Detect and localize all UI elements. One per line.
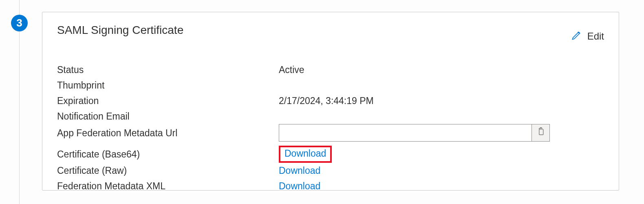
edit-button[interactable]: Edit: [571, 29, 604, 43]
svg-rect-0: [539, 129, 543, 135]
metadata-xml-row: Federation Metadata XML Download: [57, 178, 604, 194]
status-row: Status Active: [57, 62, 604, 78]
expiration-row: Expiration 2/17/2024, 3:44:19 PM: [57, 93, 604, 109]
pencil-icon: [571, 29, 582, 43]
card-header: SAML Signing Certificate Edit: [57, 24, 604, 43]
edit-label: Edit: [587, 31, 604, 42]
metadata-xml-label: Federation Metadata XML: [57, 180, 279, 193]
expiration-label: Expiration: [57, 94, 279, 107]
card-title: SAML Signing Certificate: [57, 24, 183, 37]
status-label: Status: [57, 63, 279, 76]
copy-button[interactable]: [532, 124, 549, 141]
notification-email-label: Notification Email: [57, 110, 279, 123]
highlight-annotation: Download: [279, 146, 332, 163]
status-value: Active: [279, 63, 304, 76]
thumbprint-row: Thumbprint: [57, 78, 604, 93]
thumbprint-label: Thumbprint: [57, 79, 279, 92]
copy-icon: [537, 126, 545, 139]
cert-base64-label: Certificate (Base64): [57, 148, 279, 161]
expiration-value: 2/17/2024, 3:44:19 PM: [279, 94, 374, 107]
saml-signing-certificate-card: SAML Signing Certificate Edit Status Act…: [42, 12, 619, 191]
cert-raw-row: Certificate (Raw) Download: [57, 163, 604, 178]
cert-base64-download-link[interactable]: Download: [285, 148, 326, 159]
cert-base64-row: Certificate (Base64) Download: [57, 146, 604, 163]
step-number-badge: 3: [11, 15, 28, 31]
cert-raw-label: Certificate (Raw): [57, 164, 279, 177]
federation-url-field: [279, 124, 550, 142]
notification-email-row: Notification Email: [57, 109, 604, 124]
metadata-xml-download-link[interactable]: Download: [279, 180, 320, 193]
federation-url-row: App Federation Metadata Url: [57, 124, 604, 142]
federation-url-label: App Federation Metadata Url: [57, 124, 279, 140]
step-number: 3: [16, 17, 22, 29]
federation-url-input[interactable]: [279, 124, 532, 141]
cert-raw-download-link[interactable]: Download: [279, 164, 320, 177]
